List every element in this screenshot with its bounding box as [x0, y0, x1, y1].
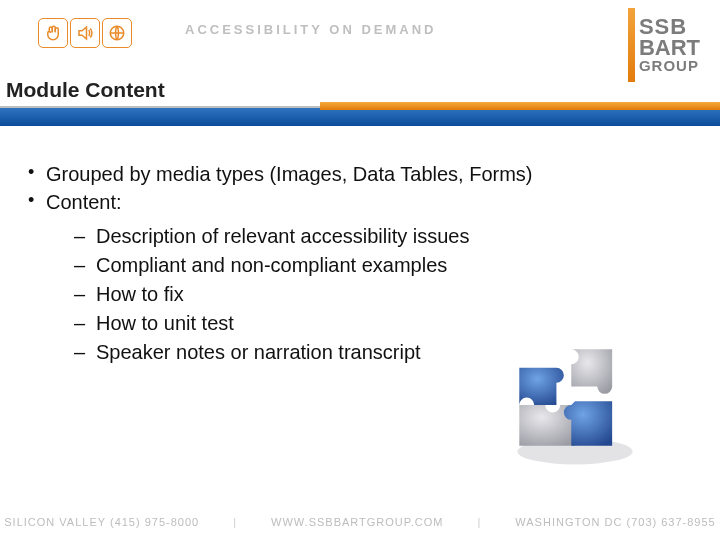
slide-body: Grouped by media types (Images, Data Tab…	[0, 126, 720, 367]
footer-center: WWW.SSBBARTGROUP.COM	[271, 516, 443, 528]
bullet-list: Grouped by media types (Images, Data Tab…	[22, 160, 700, 367]
slide-header: ACCESSIBILITY ON DEMAND SSB BART GROUP	[0, 0, 720, 82]
globe-icon	[102, 18, 132, 48]
footer-separator: |	[233, 516, 237, 528]
slide-footer: SILICON VALLEY (415) 975-8000 | WWW.SSBB…	[0, 516, 720, 528]
sub-bullet-text: Compliant and non-compliant examples	[96, 254, 447, 276]
list-item: Compliant and non-compliant examples	[74, 251, 700, 280]
company-logo: SSB BART GROUP	[628, 8, 700, 82]
logo-line3: GROUP	[639, 59, 700, 73]
slide-title: Module Content	[6, 78, 165, 102]
footer-right: WASHINGTON DC (703) 637-8955	[515, 516, 715, 528]
bullet-text: Content:	[46, 191, 122, 213]
sound-icon	[70, 18, 100, 48]
list-item: Description of relevant accessibility is…	[74, 222, 700, 251]
title-bar: Module Content	[0, 82, 720, 126]
footer-left: SILICON VALLEY (415) 975-8000	[4, 516, 199, 528]
accent-blue	[0, 108, 720, 126]
footer-separator: |	[477, 516, 481, 528]
hand-icon	[38, 18, 68, 48]
sub-bullet-text: Speaker notes or narration transcript	[96, 341, 421, 363]
sub-bullet-text: How to unit test	[96, 312, 234, 334]
logo-line2: BART	[639, 38, 700, 59]
bullet-text: Grouped by media types (Images, Data Tab…	[46, 163, 533, 185]
logo-bar	[628, 8, 635, 82]
logo-text: SSB BART GROUP	[639, 17, 700, 73]
list-item: Grouped by media types (Images, Data Tab…	[22, 160, 700, 188]
list-item: How to fix	[74, 280, 700, 309]
list-item: How to unit test	[74, 309, 700, 338]
puzzle-icon	[500, 340, 650, 470]
tagline: ACCESSIBILITY ON DEMAND	[185, 22, 437, 37]
sub-bullet-text: How to fix	[96, 283, 184, 305]
header-icon-row	[38, 18, 132, 48]
accent-orange	[320, 102, 720, 110]
sub-bullet-text: Description of relevant accessibility is…	[96, 225, 470, 247]
